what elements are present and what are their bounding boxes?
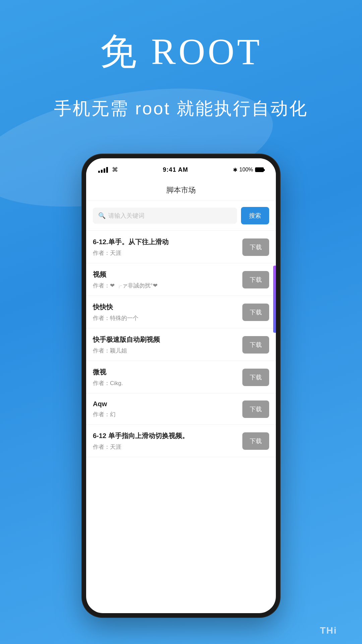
search-area: 🔍 请输入关键词 搜索: [86, 201, 276, 231]
download-button[interactable]: 下载: [242, 304, 269, 321]
script-author: 作者：特殊的一个: [93, 314, 242, 322]
status-bar: ⌘ 9:41 AM ✱ 100%: [86, 158, 276, 178]
script-name: 微视: [93, 368, 242, 377]
script-name: 6-12.单手。从下往上滑动: [93, 237, 242, 247]
app-header: 脚本市场: [86, 178, 276, 201]
watermark-area: THi: [295, 617, 362, 644]
script-name: Aqw: [93, 400, 242, 408]
script-info: 微视 作者：Cikg.: [93, 368, 242, 387]
wifi-icon: ⌘: [112, 166, 118, 173]
script-name: 快快快: [93, 303, 242, 312]
script-author: 作者：幻: [93, 411, 242, 418]
download-button[interactable]: 下载: [242, 271, 269, 288]
search-input-wrapper[interactable]: 🔍 请输入关键词: [93, 208, 237, 224]
download-button[interactable]: 下载: [242, 238, 269, 256]
script-author: 作者：Cikg.: [93, 379, 242, 387]
right-edge-indicator: [273, 266, 276, 333]
download-button[interactable]: 下载: [242, 432, 269, 450]
script-info: 快手极速版自动刷视频 作者：颖儿姐: [93, 335, 242, 355]
hero-title: 免 ROOT: [0, 27, 362, 77]
app-title: 脚本市场: [166, 186, 196, 194]
download-button[interactable]: 下载: [242, 400, 269, 418]
script-author: 作者：天涯: [93, 249, 242, 257]
status-time: 9:41 AM: [163, 166, 188, 173]
hero-subtitle: 手机无需 root 就能执行自动化: [0, 97, 362, 120]
script-name: 视频: [93, 270, 242, 279]
script-author: 作者：❤ ╭ァ非誠勿扰°❤: [93, 282, 242, 289]
script-item: 快快快 作者：特殊的一个 下载: [86, 296, 276, 328]
script-item: 6-12.单手。从下往上滑动 作者：天涯 下载: [86, 231, 276, 263]
status-left: ⌘: [98, 166, 118, 173]
phone-mockup: ⌘ 9:41 AM ✱ 100% 脚本市场 🔍: [82, 154, 280, 617]
search-icon: 🔍: [98, 212, 106, 219]
hero-section: 免 ROOT 手机无需 root 就能执行自动化: [0, 27, 362, 120]
search-button[interactable]: 搜索: [241, 207, 269, 224]
phone-screen: ⌘ 9:41 AM ✱ 100% 脚本市场 🔍: [86, 158, 276, 613]
script-name: 快手极速版自动刷视频: [93, 335, 242, 344]
script-name: 6-12 单手指向上滑动切换视频。: [93, 431, 242, 440]
script-info: 6-12 单手指向上滑动切换视频。 作者：天涯: [93, 431, 242, 451]
script-info: 视频 作者：❤ ╭ァ非誠勿扰°❤: [93, 270, 242, 289]
download-button[interactable]: 下载: [242, 369, 269, 386]
signal-bar-3: [104, 168, 105, 173]
signal-bar-4: [106, 167, 108, 173]
download-button[interactable]: 下载: [242, 336, 269, 354]
script-item: 微视 作者：Cikg. 下载: [86, 361, 276, 393]
script-item: 视频 作者：❤ ╭ァ非誠勿扰°❤ 下载: [86, 263, 276, 296]
signal-bar-2: [101, 170, 103, 173]
script-author: 作者：天涯: [93, 443, 242, 451]
script-item: 6-12 单手指向上滑动切换视频。 作者：天涯 下载: [86, 425, 276, 457]
status-right: ✱ 100%: [233, 167, 264, 173]
phone-frame: ⌘ 9:41 AM ✱ 100% 脚本市场 🔍: [82, 154, 280, 617]
bluetooth-icon: ✱: [233, 167, 237, 173]
watermark-text: THi: [320, 625, 337, 636]
battery-percent: 100%: [239, 167, 253, 173]
script-list: 6-12.单手。从下往上滑动 作者：天涯 下载 视频 作者：❤ ╭ァ非誠勿扰°❤…: [86, 231, 276, 457]
script-info: 快快快 作者：特殊的一个: [93, 303, 242, 322]
script-info: Aqw 作者：幻: [93, 400, 242, 418]
script-item: Aqw 作者：幻 下载: [86, 393, 276, 425]
script-item: 快手极速版自动刷视频 作者：颖儿姐 下载: [86, 328, 276, 361]
script-author: 作者：颖儿姐: [93, 347, 242, 355]
signal-bar-1: [98, 171, 100, 173]
battery-icon: [255, 167, 264, 172]
search-placeholder-text: 请输入关键词: [108, 212, 144, 220]
signal-bars: [98, 167, 108, 173]
script-info: 6-12.单手。从下往上滑动 作者：天涯: [93, 237, 242, 257]
